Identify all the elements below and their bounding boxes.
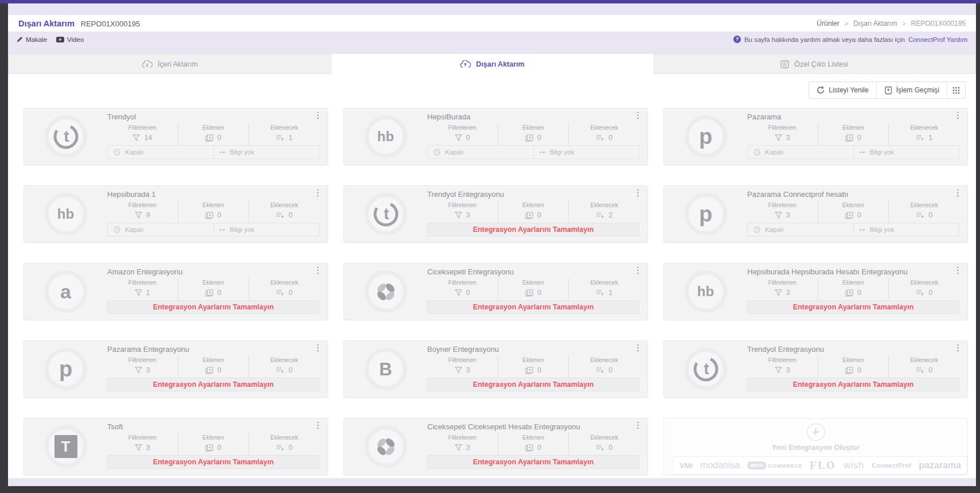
tab-iceri-aktarim[interactable]: İçeri Aktarım	[8, 54, 331, 74]
stat-filtered: Filtrelenen 3	[747, 355, 818, 378]
setup-warning-banner[interactable]: Entegrasyon Ayarlarını Tamamlayın	[427, 378, 639, 391]
status-no-info: ↦Bilgi yok	[213, 223, 319, 236]
brand-vmi-logo: VMI	[680, 461, 693, 470]
stat-added-value: 0	[537, 211, 541, 219]
card-menu-button[interactable]: ⋮	[314, 111, 322, 119]
stat-added: Eklenen 0	[498, 278, 569, 300]
integration-card[interactable]: ⋮ p Pazarama Entegrasyonu Filtrelenen 3 …	[24, 340, 328, 398]
card-menu-button[interactable]: ⋮	[954, 266, 962, 274]
filter-icon	[135, 212, 142, 219]
integration-card[interactable]: ⋮ hb HepsiBurada Filtrelenen 0 Eklenen	[343, 108, 648, 165]
integration-title: Trendyol Entegrasyonu	[427, 191, 639, 199]
stat-to-add-value: 0	[288, 444, 292, 452]
stat-filtered-value: 3	[146, 366, 150, 374]
card-menu-button[interactable]: ⋮	[954, 189, 962, 197]
grid-dots-icon	[952, 87, 960, 94]
amazon-logo-icon: a	[60, 282, 71, 301]
stat-added: Eklenen 0	[178, 123, 249, 145]
setup-warning-banner[interactable]: Entegrasyon Ayarlarını Tamamlayın	[107, 455, 319, 469]
integration-card[interactable]: ⋮ t Trendyol Filtrelenen 14 Eklenen	[24, 108, 328, 165]
logo-ring: a	[45, 270, 87, 313]
new-integration-card[interactable]: + Yeni Entegrasyon Oluştur VMImodanisaWO…	[663, 418, 968, 475]
card-menu-button[interactable]: ⋮	[634, 344, 642, 352]
logo-ring: t	[685, 348, 727, 390]
status-no-info: ↦Bilgi yok	[213, 146, 319, 158]
card-menu-button[interactable]: ⋮	[314, 266, 322, 274]
logo-ring: p	[45, 348, 87, 390]
stat-filtered-label: Filtrelenen	[128, 124, 157, 131]
logo-ring: T	[45, 425, 87, 468]
integration-card[interactable]: ⋮ a Amazon Entegrasyonu Filtrelenen 1 Ek…	[24, 263, 328, 320]
stat-added-value: 0	[217, 211, 221, 219]
integration-card[interactable]: ⋮ t Trendyol Entegrasyonu Filtrelenen 3 …	[663, 340, 968, 398]
integration-card[interactable]: ⋮ hb Hepsiburada 1 Filtrelenen 9 Eklenen	[24, 185, 328, 243]
tab-ozel-cikti-listesi[interactable]: Özel Çıktı Listesi	[653, 54, 976, 74]
grid-view-button[interactable]	[947, 82, 965, 98]
stat-to-add-value: 0	[288, 289, 292, 297]
integration-title: Hepsiburada Hepsiburada Hesabı Entegrasy…	[747, 268, 959, 276]
playlist-add-icon	[596, 444, 604, 451]
integration-card[interactable]: ⋮ hb Hepsiburada Hepsiburada Hesabı Ente…	[663, 263, 968, 320]
stat-filtered-label: Filtrelenen	[448, 201, 477, 208]
stat-to-add: Eklenecek 0	[248, 355, 319, 378]
card-content: Amazon Entegrasyonu Filtrelenen 1 Eklene…	[107, 263, 327, 320]
card-stats: Filtrelenen 3 Eklenen 0 Eklenecek	[107, 433, 319, 455]
integration-card[interactable]: ⋮ T Tsoft Filtrelenen 3 Eklenen 0	[24, 418, 328, 475]
amazon-logo: a	[24, 263, 107, 320]
setup-warning-banner[interactable]: Entegrasyon Ayarlarını Tamamlayın	[107, 300, 319, 314]
stat-to-add: Eklenecek 1	[248, 123, 319, 145]
card-stats: Filtrelenen 3 Eklenen 0 Eklenecek	[747, 123, 959, 145]
stat-filtered: Filtrelenen 3	[107, 433, 178, 455]
card-menu-button[interactable]: ⋮	[634, 111, 642, 119]
stat-added-value: 0	[857, 366, 861, 374]
stat-filtered-label: Filtrelenen	[768, 201, 797, 208]
setup-warning-banner[interactable]: Entegrasyon Ayarlarını Tamamlayın	[747, 378, 959, 391]
setup-warning-banner[interactable]: Entegrasyon Ayarlarını Tamamlayın	[747, 300, 959, 314]
stat-added-label: Eklenen	[202, 279, 224, 286]
playlist-add-icon	[916, 134, 924, 141]
cloud-download-icon	[142, 60, 153, 68]
card-menu-button[interactable]: ⋮	[314, 344, 322, 352]
integration-card[interactable]: ⋮ t Trendyol Entegrasyonu Filtrelenen 3 …	[343, 185, 648, 243]
card-content: Hepsiburada Hepsiburada Hesabı Entegrasy…	[747, 263, 967, 320]
filter-icon	[135, 289, 142, 296]
help-link[interactable]: ConnectProf Yardım	[908, 36, 967, 43]
card-menu-button[interactable]: ⋮	[314, 421, 322, 429]
video-button[interactable]: Video	[56, 36, 84, 43]
page-title: Dışarı Aktarım	[18, 19, 75, 28]
brand-wish-logo: wish	[844, 460, 864, 471]
card-menu-button[interactable]: ⋮	[634, 266, 642, 274]
process-history-button[interactable]: İşlem Geçmişi	[876, 82, 947, 98]
stat-to-add-value: 0	[608, 134, 612, 142]
tab-disari-aktarim[interactable]: Dışarı Aktarım	[331, 54, 654, 74]
stat-filtered-label: Filtrelenen	[128, 201, 157, 208]
integration-card[interactable]: ⋮ Ciceksepeti Ciceksepeti Hesabı Entegra…	[343, 418, 648, 475]
plus-circle-icon: +	[807, 424, 825, 441]
integration-card[interactable]: ⋮ B Boyner Entegrasyonu Filtrelenen 3 Ek…	[343, 340, 648, 398]
status-closed: Kapalı	[108, 146, 213, 158]
filter-icon	[132, 134, 140, 141]
card-menu-button[interactable]: ⋮	[954, 111, 962, 119]
playlist-add-icon	[916, 289, 924, 296]
article-button[interactable]: Makale	[17, 36, 47, 43]
card-menu-button[interactable]: ⋮	[314, 189, 322, 197]
stat-to-add-label: Eklenecek	[270, 279, 298, 286]
setup-warning-banner[interactable]: Entegrasyon Ayarlarını Tamamlayın	[107, 378, 319, 391]
logo-ring: t	[45, 115, 87, 158]
stat-to-add-value: 2	[608, 211, 612, 219]
card-menu-button[interactable]: ⋮	[634, 189, 642, 197]
setup-warning-banner[interactable]: Entegrasyon Ayarlarını Tamamlayın	[427, 455, 639, 469]
logo-ring	[365, 270, 407, 313]
breadcrumb-item-urunler[interactable]: Ürünler	[817, 20, 839, 28]
integration-card[interactable]: ⋮ Ciceksepeti Entegrasyonu Filtrelenen 0…	[343, 263, 648, 320]
integration-card[interactable]: ⋮ p Pazarama Filtrelenen 3 Eklenen 0	[663, 108, 968, 165]
integration-card[interactable]: ⋮ p Pazarama Connectprof hesabı Filtrele…	[663, 185, 968, 243]
setup-warning-banner[interactable]: Entegrasyon Ayarlarını Tamamlayın	[427, 223, 639, 236]
setup-warning-banner[interactable]: Entegrasyon Ayarlarını Tamamlayın	[427, 300, 639, 314]
refresh-list-button[interactable]: Listeyi Yenile	[809, 82, 876, 98]
stat-added: Eklenen 0	[178, 200, 249, 223]
card-menu-button[interactable]: ⋮	[634, 421, 642, 429]
title-bar: Dışarı Aktarım REPO01X000195 Ürünler > D…	[8, 15, 976, 32]
breadcrumb-item-disari-aktarim[interactable]: Dışarı Aktarım	[853, 20, 897, 28]
card-menu-button[interactable]: ⋮	[954, 344, 962, 352]
